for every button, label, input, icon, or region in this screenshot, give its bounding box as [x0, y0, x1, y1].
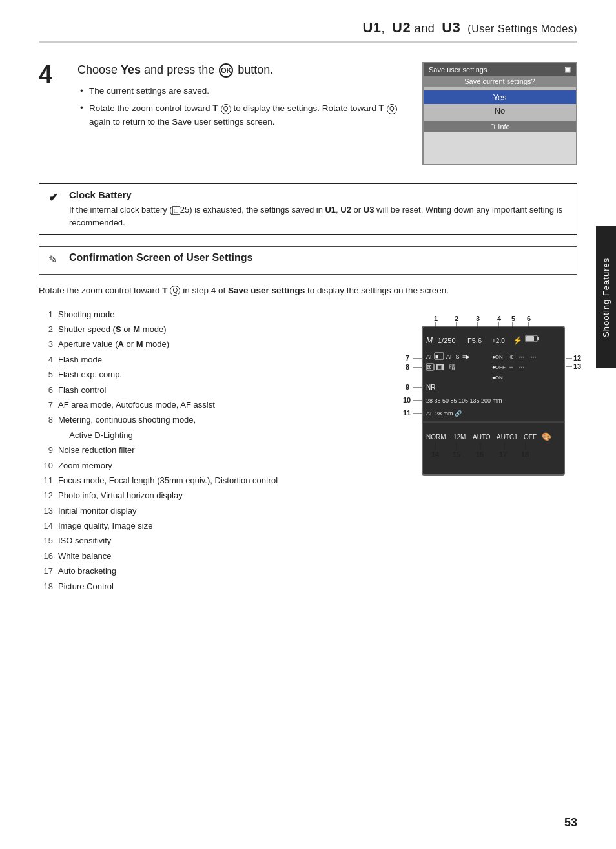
svg-text:晴: 晴	[449, 364, 455, 370]
svg-text:●ON: ●ON	[492, 375, 503, 381]
list-item: 11Focus mode, Focal length (35mm equiv.)…	[39, 473, 390, 488]
svg-text:7: 7	[406, 354, 409, 362]
list-item: 13Initial monitor display	[39, 503, 390, 518]
svg-text:10: 10	[403, 396, 411, 404]
svg-text:AF-S: AF-S	[446, 353, 460, 360]
list-item: 3Aperture value (A or M mode)	[39, 337, 390, 351]
svg-text:F5.6: F5.6	[467, 337, 482, 344]
step-bullets: The current settings are saved. Rotate t…	[77, 85, 409, 129]
cam-diagram-svg: 1 2 3 4 5 6 M 1/250 F5.6	[403, 307, 590, 514]
svg-text:●OFF: ●OFF	[492, 364, 506, 370]
step-title-bold: Yes	[121, 63, 141, 76]
svg-text:1: 1	[434, 315, 438, 322]
page-number: 53	[564, 816, 577, 830]
svg-text:▣: ▣	[437, 364, 443, 370]
svg-text:16: 16	[476, 450, 484, 458]
svg-text:18: 18	[521, 450, 529, 458]
svg-text:15: 15	[453, 450, 460, 458]
camera-screen-title-bar: Save user settings ▣	[424, 63, 576, 76]
camera-screen-subtitle: Save current settings?	[424, 76, 576, 87]
list-item: 6Flash control	[39, 383, 390, 397]
svg-text:11: 11	[403, 409, 411, 417]
list-item: 12Photo info, Virtual horizon display	[39, 488, 390, 503]
svg-text:NR: NR	[426, 384, 435, 391]
bullet-2: Rotate the zoom control toward T Q to di…	[77, 101, 409, 129]
svg-text:13: 13	[573, 362, 581, 370]
list-item: 17Auto bracketing	[39, 563, 390, 578]
svg-text:M: M	[426, 336, 433, 345]
svg-text:⚡: ⚡	[513, 335, 522, 345]
svg-text:AUTC1: AUTC1	[497, 434, 518, 441]
sidebar-tab: Shooting Features	[596, 226, 616, 368]
checkmark-icon: ✔	[48, 189, 63, 205]
svg-text:NORM: NORM	[426, 434, 446, 441]
svg-text:■: ■	[435, 353, 438, 360]
step-number: 4	[39, 62, 65, 165]
camera-option-yes[interactable]: Yes	[424, 90, 576, 104]
svg-text:17: 17	[499, 450, 507, 458]
svg-text:3: 3	[476, 315, 480, 322]
list-item: 8Metering, continuous shooting mode, Act…	[39, 412, 390, 443]
svg-text:AF  28 mm  🔗: AF 28 mm 🔗	[426, 410, 462, 417]
list-item: 16White balance	[39, 549, 390, 563]
svg-text:12: 12	[573, 354, 581, 362]
svg-text:28  35  50  85  105 135 200 mm: 28 35 50 85 105 135 200 mm	[426, 397, 502, 404]
svg-text:●ON: ●ON	[492, 354, 503, 360]
svg-text:🎨: 🎨	[542, 432, 551, 441]
svg-text:AF: AF	[426, 353, 434, 360]
page-title: U1, U2 and U3 (User Settings Modes)	[362, 19, 577, 36]
page-header: U1, U2 and U3 (User Settings Modes)	[39, 19, 577, 43]
svg-text:14: 14	[431, 450, 440, 458]
confirmation-title: Confirmation Screen of User Settings	[69, 252, 253, 264]
clock-battery-note: ✔ Clock Battery If the internal clock ba…	[39, 183, 577, 235]
clock-battery-title: Clock Battery	[69, 189, 568, 200]
svg-text:8: 8	[406, 363, 409, 371]
svg-text:▪▪▪: ▪▪▪	[519, 364, 525, 370]
camera-screen-options: Yes No	[424, 87, 576, 121]
confirmation-list: 1Shooting mode 2Shutter speed (S or M mo…	[39, 307, 390, 594]
camera-screen-title-text: Save user settings	[429, 66, 488, 74]
svg-text:9: 9	[406, 383, 409, 391]
list-item: 2Shutter speed (S or M mode)	[39, 322, 390, 337]
step4-section: 4 Choose Yes and press the OK button. Th…	[39, 62, 577, 165]
step-title-end: button.	[238, 63, 273, 76]
step-content: Choose Yes and press the OK button. The …	[77, 62, 409, 165]
clock-battery-content: Clock Battery If the internal clock batt…	[69, 189, 568, 229]
confirmation-section: ✎ Confirmation Screen of User Settings R…	[39, 246, 577, 594]
svg-text:▪▪▪: ▪▪▪	[531, 354, 537, 360]
camera-screen-icon: ▣	[564, 65, 571, 74]
camera-screen-mockup: Save user settings ▣ Save current settin…	[422, 62, 577, 165]
svg-text:▪▪: ▪▪	[509, 364, 513, 370]
svg-text:▪▪▪: ▪▪▪	[519, 354, 525, 360]
confirm-layout: 1Shooting mode 2Shutter speed (S or M mo…	[39, 307, 577, 594]
svg-rect-20	[526, 336, 534, 341]
list-item: 9Noise reduction filter	[39, 443, 390, 457]
list-item: 4Flash mode	[39, 352, 390, 367]
step-title-suffix: and press the	[141, 63, 214, 76]
step-title-prefix: Choose	[77, 63, 121, 76]
list-item: 10Zoom memory	[39, 458, 390, 473]
list-item: 5Flash exp. comp.	[39, 367, 390, 382]
title-u3: U3	[442, 19, 460, 36]
svg-text:≡▶: ≡▶	[462, 353, 470, 360]
list-item: 15ISO sensitivity	[39, 533, 390, 548]
bullet-1: The current settings are saved.	[77, 85, 409, 98]
title-u2: U2	[392, 19, 411, 36]
list-item: 1Shooting mode	[39, 307, 390, 322]
svg-rect-19	[537, 337, 539, 340]
svg-text:AUTO: AUTO	[473, 434, 491, 441]
ok-button-icon: OK	[219, 63, 233, 78]
svg-text:6: 6	[527, 315, 531, 322]
title-subtitle: (User Settings Modes)	[467, 23, 577, 34]
svg-text:1/250: 1/250	[438, 337, 456, 344]
page: U1, U2 and U3 (User Settings Modes) 4 Ch…	[0, 0, 616, 849]
step-title: Choose Yes and press the OK button.	[77, 62, 409, 78]
confirmation-intro: Rotate the zoom control toward T Q in st…	[39, 284, 577, 298]
svg-text:OFF: OFF	[524, 434, 537, 441]
svg-text:⊠: ⊠	[427, 364, 432, 370]
list-item: 14Image quality, Image size	[39, 518, 390, 533]
camera-option-no[interactable]: No	[424, 104, 576, 118]
svg-text:+2.0: +2.0	[492, 337, 505, 344]
list-item: 7AF area mode, Autofocus mode, AF assist	[39, 397, 390, 412]
confirmation-header-box: ✎ Confirmation Screen of User Settings	[39, 246, 577, 275]
